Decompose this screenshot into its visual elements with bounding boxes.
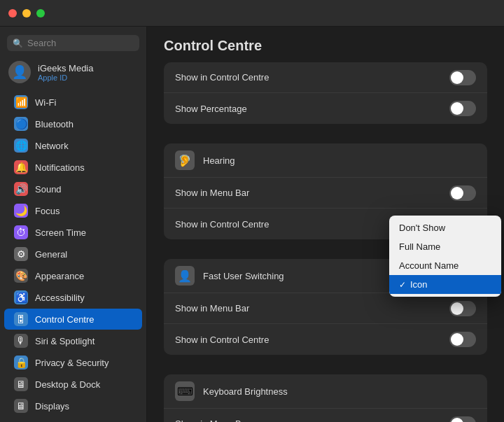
sidebar: 🔍 👤 iGeeks Media Apple ID 📶 Wi-Fi 🔵 Blue… <box>0 27 147 422</box>
keyboard-brightness-label: Keyboard Brightness <box>203 386 476 397</box>
displays-icon: 🖥 <box>14 399 28 413</box>
fast-user-switching-icon: 👤 <box>175 266 195 286</box>
traffic-lights <box>8 9 45 17</box>
sidebar-item-label: Appearance <box>35 271 84 281</box>
battery-settings-card: Show in Control Centre Show Percentage <box>164 62 487 124</box>
titlebar <box>0 0 504 27</box>
sidebar-item-wifi[interactable]: 📶 Wi-Fi <box>4 92 142 113</box>
sidebar-item-appearance[interactable]: 🎨 Appearance <box>4 265 142 286</box>
show-in-control-centre-row-battery: Show in Control Centre <box>164 62 487 93</box>
sidebar-item-sound[interactable]: 🔊 Sound <box>4 178 142 199</box>
maximize-button[interactable] <box>36 9 45 17</box>
fast-user-show-menu-bar-label: Show in Menu Bar <box>175 303 449 314</box>
sidebar-item-label: Displays <box>35 401 69 412</box>
keyboard-brightness-header-row: ⌨ Keyboard Brightness <box>164 374 487 409</box>
sidebar-item-label: Sound <box>35 184 62 195</box>
sound-icon: 🔊 <box>14 182 28 196</box>
dropdown-item-label: Full Name <box>399 241 440 252</box>
sidebar-item-notifications[interactable]: 🔔 Notifications <box>4 157 142 178</box>
dropdown-item-icon[interactable]: ✓ Icon <box>389 275 501 294</box>
dropdown-popup: Don't Show Full Name Account Name ✓ Icon <box>389 216 501 297</box>
dropdown-item-label: Icon <box>410 279 428 290</box>
hearing-label: Hearing <box>203 155 476 166</box>
sidebar-item-bluetooth[interactable]: 🔵 Bluetooth <box>4 113 142 134</box>
show-percentage-toggle[interactable] <box>449 101 476 116</box>
notifications-icon: 🔔 <box>14 160 28 174</box>
sidebar-item-desktop-dock[interactable]: 🖥 Desktop & Dock <box>4 374 142 395</box>
sidebar-item-label: Accessibility <box>35 293 85 303</box>
search-bar[interactable]: 🔍 <box>7 35 139 51</box>
general-icon: ⚙ <box>14 247 28 261</box>
keyboard-brightness-section: ⌨ Keyboard Brightness Show in Menu Bar S… <box>147 374 504 422</box>
control-centre-icon: 🎛 <box>14 312 28 326</box>
sidebar-item-label: General <box>35 249 67 260</box>
dropdown-item-account-name[interactable]: Account Name <box>389 256 501 275</box>
bluetooth-icon: 🔵 <box>14 117 28 131</box>
sidebar-item-label: Control Centre <box>35 314 94 325</box>
user-info: iGeeks Media Apple ID <box>38 63 93 82</box>
minimize-button[interactable] <box>22 9 31 17</box>
privacy-icon: 🔒 <box>14 356 28 370</box>
user-profile[interactable]: 👤 iGeeks Media Apple ID <box>0 57 146 87</box>
sidebar-item-label: Notifications <box>35 162 85 173</box>
search-icon: 🔍 <box>13 38 23 48</box>
fast-user-show-menu-bar-toggle[interactable] <box>449 301 476 316</box>
dropdown-item-label: Account Name <box>399 260 458 271</box>
sidebar-item-focus[interactable]: 🌙 Focus <box>4 200 142 221</box>
hearing-icon: 🦻 <box>175 150 195 170</box>
avatar: 👤 <box>8 61 31 83</box>
content-header: Control Centre <box>147 27 504 62</box>
show-percentage-label: Show Percentage <box>175 104 449 114</box>
sidebar-item-label: Wi-Fi <box>35 97 56 108</box>
hearing-show-menu-bar-label: Show in Menu Bar <box>175 188 449 198</box>
keyboard-brightness-icon: ⌨ <box>175 381 195 401</box>
network-icon: 🌐 <box>14 139 28 153</box>
keyboard-brightness-card: ⌨ Keyboard Brightness Show in Menu Bar S… <box>164 374 487 422</box>
close-button[interactable] <box>8 9 17 17</box>
dropdown-item-full-name[interactable]: Full Name <box>389 237 501 256</box>
fast-user-show-control-centre-label: Show in Control Centre <box>175 335 449 345</box>
keyboard-show-menu-bar-label: Show in Menu Bar <box>175 419 449 422</box>
sidebar-item-displays[interactable]: 🖥 Displays <box>4 395 142 416</box>
keyboard-show-menu-bar-row: Show in Menu Bar <box>164 409 487 422</box>
focus-icon: 🌙 <box>14 204 28 218</box>
dropdown-item-dont-show[interactable]: Don't Show <box>389 218 501 237</box>
fast-user-show-control-centre-row: Show in Control Centre <box>164 324 487 355</box>
keyboard-show-menu-bar-toggle[interactable] <box>449 416 476 423</box>
screen-time-icon: ⏱ <box>14 225 28 239</box>
user-subtitle: Apple ID <box>38 73 93 82</box>
hearing-header-row: 🦻 Hearing <box>164 143 487 178</box>
sidebar-item-label: Bluetooth <box>35 119 74 129</box>
sidebar-item-screen-time[interactable]: ⏱ Screen Time <box>4 222 142 243</box>
fast-user-show-menu-bar-row: Show in Menu Bar <box>164 293 487 324</box>
show-percentage-row: Show Percentage <box>164 93 487 124</box>
sidebar-item-control-centre[interactable]: 🎛 Control Centre <box>4 309 142 330</box>
accessibility-icon: ♿ <box>14 290 28 304</box>
sidebar-item-siri-spotlight[interactable]: 🎙 Siri & Spotlight <box>4 330 142 351</box>
hearing-show-menu-bar-row: Show in Menu Bar <box>164 178 487 209</box>
search-input[interactable] <box>27 38 134 48</box>
battery-section: Show in Control Centre Show Percentage <box>147 62 504 143</box>
avatar-emoji: 👤 <box>12 64 27 80</box>
hearing-show-menu-bar-toggle[interactable] <box>449 185 476 201</box>
sidebar-item-label: Siri & Spotlight <box>35 336 94 346</box>
sidebar-item-accessibility[interactable]: ♿ Accessibility <box>4 287 142 308</box>
sidebar-item-label: Privacy & Security <box>35 358 108 368</box>
show-in-control-centre-toggle-battery[interactable] <box>449 70 476 85</box>
sidebar-item-label: Focus <box>35 206 59 216</box>
sidebar-item-label: Desktop & Dock <box>35 379 100 390</box>
appearance-icon: 🎨 <box>14 269 28 283</box>
sidebar-item-privacy-security[interactable]: 🔒 Privacy & Security <box>4 352 142 373</box>
user-name: iGeeks Media <box>38 63 93 73</box>
fast-user-show-control-centre-toggle[interactable] <box>449 332 476 347</box>
sidebar-item-general[interactable]: ⚙ General <box>4 244 142 265</box>
sidebar-item-label: Screen Time <box>35 227 86 238</box>
checkmark-icon: ✓ <box>399 280 406 290</box>
sidebar-item-label: Network <box>35 141 69 151</box>
dropdown-item-label: Don't Show <box>399 223 445 233</box>
sidebar-item-network[interactable]: 🌐 Network <box>4 135 142 156</box>
desktop-icon: 🖥 <box>14 377 28 391</box>
wifi-icon: 📶 <box>14 95 28 109</box>
main-content: Control Centre Show in Control Centre Sh… <box>147 27 504 422</box>
show-in-control-centre-label: Show in Control Centre <box>175 72 449 83</box>
